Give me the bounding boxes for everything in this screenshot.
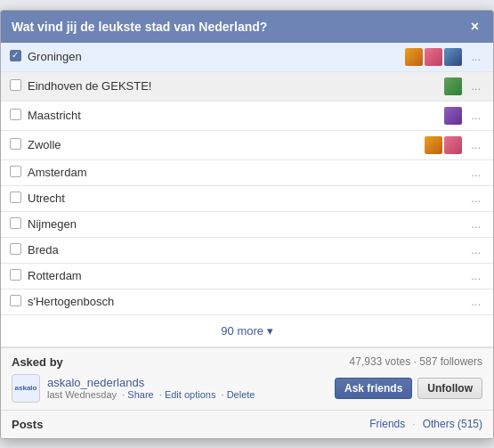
checkbox[interactable] <box>10 191 21 203</box>
modal-header: Wat vind jij de leukste stad van Nederla… <box>1 11 493 43</box>
posts-tabs: Friends · Others (515) <box>369 418 482 430</box>
option-dots-button[interactable]: ... <box>467 138 484 151</box>
option-row[interactable]: Groningen ... <box>1 43 493 72</box>
option-row[interactable]: s'Hertogenbosch ... <box>1 289 493 315</box>
checkbox[interactable] <box>10 269 21 281</box>
checkbox-area <box>10 79 28 94</box>
asked-by-name[interactable]: askalo_nederlands <box>47 376 255 389</box>
option-row[interactable]: Zwolle ... <box>1 131 493 160</box>
tab-others[interactable]: Others (515) <box>423 418 482 430</box>
option-row[interactable]: Eindhoven de GEKSTE! ... <box>1 72 493 102</box>
checkbox-area <box>10 138 28 152</box>
unfollow-button[interactable]: Unfollow <box>417 378 482 399</box>
checkbox[interactable] <box>10 138 21 150</box>
avatar <box>444 48 462 66</box>
asked-by-meta: last Wednesday · Share · Edit options · … <box>47 389 255 400</box>
posts-label: Posts <box>12 418 43 431</box>
checkbox-area <box>10 269 28 283</box>
option-avatars <box>405 48 462 66</box>
checkbox[interactable] <box>10 109 21 120</box>
checkbox-area <box>10 166 28 180</box>
asked-by-label: Asked by <box>12 355 63 369</box>
poll-modal: Wat vind jij de leukste stad van Nederla… <box>0 10 494 439</box>
avatar <box>425 48 442 66</box>
asked-by-buttons: Ask friends Unfollow <box>335 378 482 399</box>
option-row[interactable]: Utrecht ... <box>1 186 493 212</box>
checkbox-area <box>10 217 28 232</box>
option-label: Rotterdam <box>28 269 467 282</box>
option-avatars <box>444 77 462 95</box>
option-label: Nijmegen <box>28 217 467 231</box>
option-label: Zwolle <box>28 138 425 151</box>
votes-info: 47,933 votes · 587 followers <box>350 355 482 368</box>
option-label: Maastricht <box>28 109 444 122</box>
options-list: Groningen ... Eindhoven de GEKSTE! ... <box>1 43 493 347</box>
close-button[interactable]: × <box>467 18 482 36</box>
tab-friends[interactable]: Friends <box>369 418 405 430</box>
checkbox-area <box>10 295 28 309</box>
checkbox[interactable] <box>10 166 21 177</box>
option-row[interactable]: Maastricht ... <box>1 102 493 131</box>
option-label: Groningen <box>28 50 405 63</box>
askalo-logo: askalo <box>12 374 40 403</box>
asked-by-section: Asked by 47,933 votes · 587 followers as… <box>1 347 493 411</box>
checkbox-area <box>10 243 28 257</box>
option-dots-button[interactable]: ... <box>467 109 484 122</box>
option-row[interactable]: Amsterdam ... <box>1 160 493 186</box>
checkbox[interactable] <box>10 295 21 306</box>
checkbox-area <box>10 109 28 123</box>
posts-section: Posts Friends · Others (515) <box>1 411 493 438</box>
option-row[interactable]: Breda ... <box>1 238 493 264</box>
avatar <box>405 48 423 66</box>
checkbox-area <box>10 191 28 206</box>
avatar <box>425 136 442 154</box>
option-label: Breda <box>28 243 467 257</box>
asked-by-header: Asked by 47,933 votes · 587 followers <box>12 355 482 369</box>
option-dots-button[interactable]: ... <box>467 217 484 231</box>
option-dots-button[interactable]: ... <box>467 166 484 179</box>
option-row[interactable]: Rotterdam ... <box>1 264 493 289</box>
option-label: Eindhoven de GEKSTE! <box>28 79 444 93</box>
option-label: s'Hertogenbosch <box>28 295 467 308</box>
modal-title: Wat vind jij de leukste stad van Nederla… <box>12 20 267 34</box>
option-dots-button[interactable]: ... <box>467 50 484 63</box>
option-dots-button[interactable]: ... <box>467 79 484 93</box>
asked-by-left: askalo askalo_nederlands last Wednesday … <box>12 374 255 403</box>
more-options-button[interactable]: 90 more ▾ <box>1 315 493 347</box>
avatar <box>444 136 462 154</box>
checkbox[interactable] <box>10 217 21 229</box>
edit-options-link[interactable]: Edit options <box>165 389 215 400</box>
delete-link[interactable]: Delete <box>227 389 255 400</box>
option-avatars <box>444 107 462 125</box>
option-dots-button[interactable]: ... <box>467 269 484 282</box>
avatar <box>444 77 462 95</box>
option-avatars <box>425 136 462 154</box>
option-label: Utrecht <box>28 191 467 205</box>
ask-friends-button[interactable]: Ask friends <box>335 378 412 399</box>
share-link[interactable]: Share <box>127 389 153 400</box>
option-dots-button[interactable]: ... <box>467 295 484 308</box>
posts-separator: · <box>412 418 415 430</box>
asked-by-info: askalo_nederlands last Wednesday · Share… <box>47 376 255 400</box>
checkbox-area <box>10 50 28 64</box>
asked-by-content: askalo askalo_nederlands last Wednesday … <box>12 374 482 403</box>
option-dots-button[interactable]: ... <box>467 191 484 205</box>
option-dots-button[interactable]: ... <box>467 243 484 257</box>
option-row[interactable]: Nijmegen ... <box>1 212 493 238</box>
option-label: Amsterdam <box>28 166 467 179</box>
checkbox[interactable] <box>10 243 21 255</box>
checkbox[interactable] <box>10 50 21 61</box>
avatar <box>444 107 462 125</box>
checkbox[interactable] <box>10 79 21 91</box>
